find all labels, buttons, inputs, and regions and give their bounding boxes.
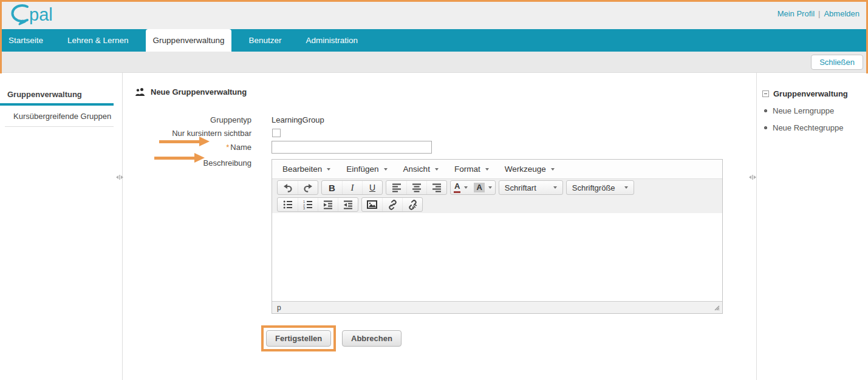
unlink-icon <box>408 200 418 210</box>
bullet-list-icon <box>283 200 293 209</box>
chevron-down-icon <box>488 186 492 189</box>
annotation-box-fertigstellen: Fertigstellen <box>261 325 336 351</box>
required-asterisk: * <box>226 143 229 152</box>
svg-text:3: 3 <box>303 206 305 209</box>
close-button[interactable]: Schließen <box>811 55 863 70</box>
align-left-button[interactable] <box>386 181 406 194</box>
sidebar-item-kursuebergreifende-gruppen[interactable]: Kursübergreifende Gruppen <box>5 106 114 127</box>
right-sidebar: Gruppenverwaltung Neue Lerngruppe Neue R… <box>756 73 868 380</box>
opal-logo[interactable]: pal <box>7 2 66 28</box>
align-right-button[interactable] <box>426 181 446 194</box>
collapse-right-icon <box>754 175 756 179</box>
finish-button[interactable]: Fertigstellen <box>266 330 331 347</box>
tree-item-label: Neue Lerngruppe <box>773 106 834 115</box>
numbered-list-button[interactable]: 1 2 3 <box>298 198 318 211</box>
chevron-down-icon <box>435 168 439 171</box>
font-family-select[interactable]: Schriftart <box>499 181 562 194</box>
profile-link[interactable]: Mein Profil <box>777 9 815 18</box>
redo-icon <box>303 183 313 192</box>
editor-toolbar-row2: 1 2 3 <box>272 196 722 213</box>
text-color-button[interactable]: A <box>451 181 471 194</box>
bullet-icon <box>764 109 767 112</box>
menu-einfuegen[interactable]: Einfügen <box>338 160 395 178</box>
gruppentyp-value: LearningGroup <box>272 115 324 124</box>
tree-item-neue-rechtegruppe[interactable]: Neue Rechtegruppe <box>764 123 868 132</box>
bold-button[interactable]: B <box>322 181 342 194</box>
indent-icon <box>323 200 333 209</box>
italic-button[interactable]: I <box>342 181 362 194</box>
left-panel-collapse-handle[interactable] <box>116 175 123 180</box>
tab-administration[interactable]: Administration <box>298 29 365 52</box>
tab-startseite[interactable]: Startseite <box>1 29 50 52</box>
underline-button[interactable]: U <box>362 181 382 194</box>
page-title: Neue Gruppenverwaltung <box>135 87 247 97</box>
menu-format[interactable]: Format <box>446 160 497 178</box>
outdent-icon <box>343 200 353 209</box>
tree-item-neue-lerngruppe[interactable]: Neue Lerngruppe <box>764 106 868 115</box>
cancel-button[interactable]: Abbrechen <box>342 330 402 347</box>
chevron-down-icon <box>553 186 557 189</box>
tab-gruppenverwaltung[interactable]: Gruppenverwaltung <box>146 29 232 52</box>
remove-link-button[interactable] <box>402 198 422 211</box>
group-icon <box>135 87 146 97</box>
indent-button[interactable] <box>318 198 338 211</box>
tree-node-gruppenverwaltung[interactable]: Gruppenverwaltung <box>762 89 868 98</box>
chevron-down-icon <box>327 168 330 171</box>
background-color-icon: A <box>474 183 484 192</box>
tab-benutzer[interactable]: Benutzer <box>241 29 289 52</box>
link-icon <box>388 200 398 210</box>
link-separator: | <box>818 9 820 18</box>
insert-link-button[interactable] <box>382 198 402 211</box>
resize-grip-icon <box>714 305 720 311</box>
main-content: Neue Gruppenverwaltung Gruppentyp Learni… <box>123 73 756 380</box>
text-color-icon: A <box>454 182 460 192</box>
font-size-select[interactable]: Schriftgröße <box>567 181 634 194</box>
align-center-button[interactable] <box>406 181 426 194</box>
editor-toolbar-row1: B I U <box>272 178 722 196</box>
collapse-left-icon <box>116 175 118 179</box>
sidebar-item-gruppenverwaltung[interactable]: Gruppenverwaltung <box>7 90 115 99</box>
tree-node-label: Gruppenverwaltung <box>773 89 848 98</box>
user-links: Mein Profil|Abmelden <box>777 9 859 18</box>
svg-text:pal: pal <box>29 5 53 24</box>
align-right-icon <box>432 183 442 192</box>
align-center-icon <box>412 183 422 192</box>
bullet-list-button[interactable] <box>278 198 298 211</box>
chevron-down-icon <box>624 186 628 189</box>
chevron-down-icon <box>485 168 489 171</box>
background-color-button[interactable]: A <box>471 181 494 194</box>
bullet-icon <box>764 126 767 129</box>
chevron-down-icon <box>464 186 468 189</box>
undo-button[interactable] <box>278 181 298 194</box>
rich-text-editor: Bearbeiten Einfügen Ansicht Format Werkz… <box>272 159 723 314</box>
top-header: pal Mein Profil|Abmelden <box>0 0 868 29</box>
outdent-button[interactable] <box>338 198 358 211</box>
menu-bearbeiten[interactable]: Bearbeiten <box>275 160 338 178</box>
menu-werkzeuge[interactable]: Werkzeuge <box>497 160 562 178</box>
insert-image-button[interactable] <box>362 198 382 211</box>
align-left-icon <box>392 183 402 192</box>
logout-link[interactable]: Abmelden <box>824 9 859 18</box>
resize-grip[interactable] <box>714 305 720 311</box>
element-path: p <box>277 304 281 312</box>
name-input[interactable] <box>272 141 432 154</box>
collapse-right-icon <box>121 175 123 179</box>
left-sidebar: Gruppenverwaltung Kursübergreifende Grup… <box>0 73 123 380</box>
collapse-minus-icon[interactable] <box>762 90 769 97</box>
opal-page: pal Mein Profil|Abmelden Startseite Lehr… <box>0 0 868 380</box>
annotation-arrow-name <box>159 137 210 147</box>
collapse-left-icon <box>749 175 751 179</box>
redo-button[interactable] <box>298 181 318 194</box>
editor-menubar: Bearbeiten Einfügen Ansicht Format Werkz… <box>272 160 722 178</box>
right-panel-collapse-handle[interactable] <box>749 175 756 180</box>
editor-content-area[interactable] <box>272 213 722 301</box>
chevron-down-icon <box>551 168 555 171</box>
opal-logo-icon: pal <box>7 2 66 28</box>
undo-icon <box>283 183 293 192</box>
menu-ansicht[interactable]: Ansicht <box>395 160 446 178</box>
numbered-list-icon: 1 2 3 <box>303 200 313 209</box>
handle-bar <box>752 175 753 180</box>
main-nav: Startseite Lehren & Lernen Gruppenverwal… <box>0 29 868 52</box>
tab-lehren-lernen[interactable]: Lehren & Lernen <box>60 29 136 52</box>
kursintern-sichtbar-checkbox[interactable] <box>272 129 281 137</box>
